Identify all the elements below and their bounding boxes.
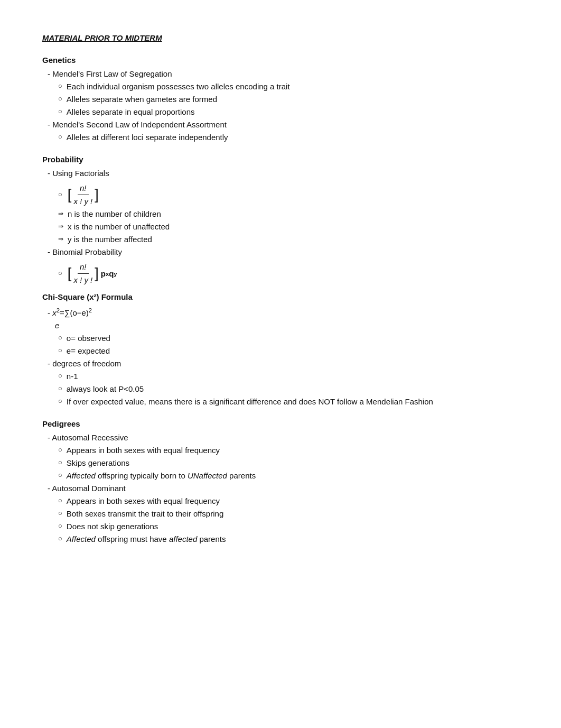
binomial-label: - Binomial Probability <box>48 246 519 259</box>
chisquare-title: Chi-Square (x²) Formula <box>42 291 519 303</box>
frac-denominator-2: x ! y ! <box>71 274 95 287</box>
open-bracket-1: [ <box>68 183 72 206</box>
probability-title: Probability <box>42 153 519 166</box>
frac-denominator-1: x ! y ! <box>71 195 95 208</box>
q-term: q <box>109 268 114 280</box>
mendel1-label: - Mendel's First Law of Segregation <box>48 68 519 80</box>
pedigrees-section: Pedigrees - Autosomal Recessive Appears … <box>42 418 519 546</box>
circle-symbol-1: ○ <box>58 189 62 200</box>
affected-italic-2: Affected <box>67 535 96 543</box>
frac-numerator-2: n! <box>78 261 89 274</box>
list-item: Alleles separate when gametes are formed <box>58 93 519 106</box>
list-item: e= expected <box>58 345 519 357</box>
fraction-1: n! x ! y ! <box>71 182 95 208</box>
open-bracket-2: [ <box>68 262 72 285</box>
list-item: Appears in both sexes with equal frequen… <box>58 495 519 508</box>
unaffected-italic: UNaffected <box>188 471 227 480</box>
list-item: Appears in both sexes with equal frequen… <box>58 444 519 457</box>
degrees-label: - degrees of freedom <box>48 357 519 370</box>
genetics-title: Genetics <box>42 54 519 67</box>
genetics-section: Genetics - Mendel's First Law of Segrega… <box>42 54 519 144</box>
list-item: Does not skip generations <box>58 520 519 533</box>
chi-denom: e <box>55 319 519 332</box>
chi-formula-line: - x2=∑(o−e)2 <box>48 306 519 319</box>
page-title: MATERIAL PRIOR TO MIDTERM <box>42 32 519 44</box>
fraction-2: n! x ! y ! <box>71 261 95 287</box>
probability-intro: - Using Factorials <box>48 167 519 180</box>
affected-italic: Affected <box>67 471 96 480</box>
frac-numerator-1: n! <box>78 182 89 195</box>
probability-section: Probability - Using Factorials ○ [ n! x … <box>42 153 519 408</box>
close-bracket-2: ] <box>95 262 99 285</box>
list-item: Both sexes transmit the trait to their o… <box>58 508 519 520</box>
arrow-item: x is the number of unaffected <box>58 220 519 233</box>
p-term: p <box>101 268 106 280</box>
list-item: always look at P<0.05 <box>58 383 519 395</box>
circle-symbol-2: ○ <box>58 268 62 279</box>
pedigrees-title: Pedigrees <box>42 418 519 430</box>
chi-formula-block: - x2=∑(o−e)2 e <box>48 306 519 332</box>
autosomal-dominant-label: - Autosomal Dominant <box>48 482 519 495</box>
arrow-item: n is the number of children <box>58 208 519 220</box>
list-item: Affected offspring must have affected pa… <box>58 533 519 546</box>
list-item: Alleles separate in equal proportions <box>58 106 519 118</box>
list-item: Affected offspring typically born to UNa… <box>58 469 519 482</box>
formula-2-block: ○ [ n! x ! y ! ] px qy <box>58 261 519 287</box>
list-item: If over expected value, means there is a… <box>58 395 519 408</box>
list-item: Alleles at different loci separate indep… <box>58 131 519 144</box>
list-item: Skips generations <box>58 457 519 469</box>
formula-1-block: ○ [ n! x ! y ! ] <box>58 182 519 208</box>
list-item: o= observed <box>58 332 519 345</box>
list-item: Each individual organism possesses two a… <box>58 80 519 93</box>
y-superscript: y <box>114 269 117 279</box>
close-bracket-1: ] <box>95 183 99 206</box>
list-item: n-1 <box>58 370 519 383</box>
autosomal-recessive-label: - Autosomal Recessive <box>48 431 519 444</box>
mendel2-label: - Mendel's Second Law of Independent Ass… <box>48 118 519 131</box>
affected-italic-3: affected <box>169 535 197 543</box>
arrow-item: y is the number affected <box>58 233 519 246</box>
